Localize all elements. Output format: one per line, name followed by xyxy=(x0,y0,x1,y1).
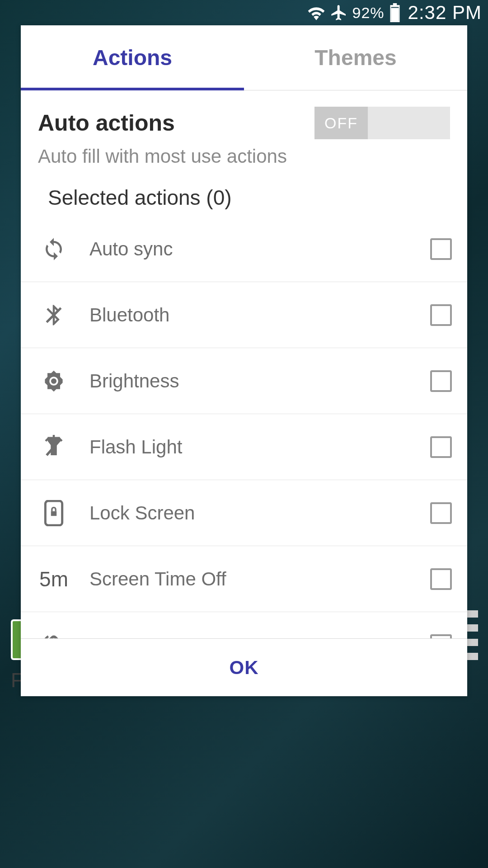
flashlight-icon xyxy=(29,435,79,459)
list-item-lock-screen[interactable]: Lock Screen xyxy=(21,480,467,546)
list-item-flash-light[interactable]: Flash Light xyxy=(21,414,467,480)
ok-button[interactable]: OK xyxy=(230,657,259,679)
svg-rect-6 xyxy=(51,511,56,515)
list-item-auto-sync[interactable]: Auto sync xyxy=(21,216,467,282)
tab-themes-label: Themes xyxy=(314,45,396,70)
checkbox[interactable] xyxy=(430,502,452,524)
checkbox[interactable] xyxy=(430,568,452,590)
dialog: Actions Themes Auto actions OFF Auto fil… xyxy=(21,25,467,696)
svg-rect-0 xyxy=(391,8,399,21)
brightness-icon xyxy=(29,368,79,394)
selected-actions-title: Selected actions (0) xyxy=(48,185,450,210)
dialog-footer: OK xyxy=(21,638,467,696)
ok-label: OK xyxy=(230,657,259,678)
sync-icon xyxy=(29,237,79,261)
toggle-knob: OFF xyxy=(314,107,368,139)
tab-themes[interactable]: Themes xyxy=(244,25,467,90)
auto-actions-title: Auto actions xyxy=(38,110,175,136)
list-item-label: Lock Screen xyxy=(79,502,430,524)
list-item-rotate[interactable]: Rotate xyxy=(21,612,467,638)
checkbox[interactable] xyxy=(430,370,452,392)
auto-actions-section: Auto actions OFF Auto fill with most use… xyxy=(21,90,467,210)
checkbox[interactable] xyxy=(430,436,452,458)
checkbox[interactable] xyxy=(430,634,452,639)
checkbox[interactable] xyxy=(430,238,452,260)
list-item-label: Rotate xyxy=(79,634,430,639)
bluetooth-icon xyxy=(29,303,79,327)
airplane-icon xyxy=(330,4,348,22)
clock: 2:32 PM xyxy=(408,2,482,24)
auto-actions-subtitle: Auto fill with most use actions xyxy=(38,146,450,167)
rotate-icon xyxy=(29,632,79,639)
svg-point-3 xyxy=(51,378,56,383)
checkbox[interactable] xyxy=(430,304,452,326)
list-item-screen-time-off[interactable]: 5m Screen Time Off xyxy=(21,546,467,612)
lock-screen-icon xyxy=(29,500,79,526)
list-item-label: Brightness xyxy=(79,370,430,392)
list-item-brightness[interactable]: Brightness xyxy=(21,348,467,414)
background-widget-right xyxy=(466,610,478,660)
toggle-label: OFF xyxy=(324,114,358,132)
auto-actions-toggle[interactable]: OFF xyxy=(314,107,450,139)
wifi-icon xyxy=(307,5,325,20)
list-item-label: Screen Time Off xyxy=(79,568,430,590)
background-widget-left xyxy=(11,619,22,660)
list-item-label: Bluetooth xyxy=(79,304,430,326)
list-item-label: Flash Light xyxy=(79,436,430,458)
tab-actions-label: Actions xyxy=(93,45,172,70)
battery-icon xyxy=(389,3,401,22)
tab-actions[interactable]: Actions xyxy=(21,25,244,90)
list-item-label: Auto sync xyxy=(79,238,430,260)
actions-list: Auto sync Bluetooth Brightness Flash Lig… xyxy=(21,216,467,638)
tab-bar: Actions Themes xyxy=(21,25,467,90)
battery-percent: 92% xyxy=(352,4,385,22)
screen-time-text-icon: 5m xyxy=(29,567,79,591)
list-item-bluetooth[interactable]: Bluetooth xyxy=(21,282,467,348)
status-bar: 92% 2:32 PM xyxy=(0,0,488,25)
